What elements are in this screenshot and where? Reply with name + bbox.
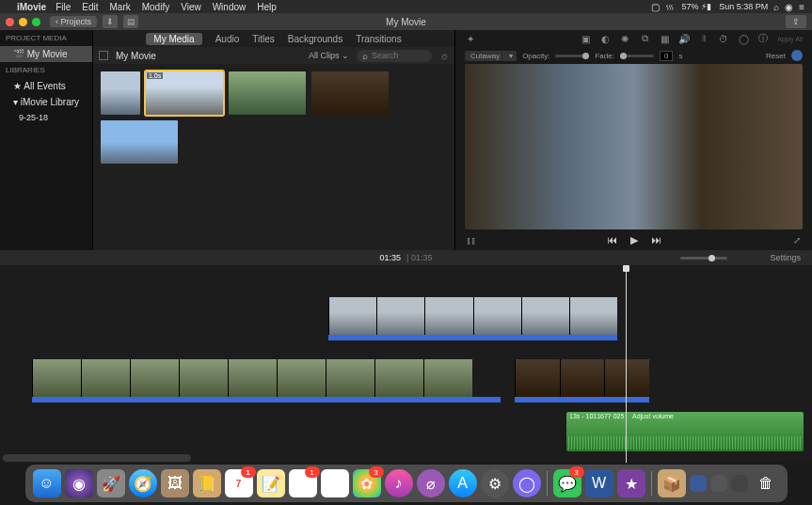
opacity-slider[interactable] bbox=[555, 55, 589, 57]
tab-my-media[interactable]: My Media bbox=[146, 33, 201, 45]
menu-help[interactable]: Help bbox=[257, 2, 277, 12]
dock-imovie-icon[interactable]: ★ bbox=[617, 469, 645, 497]
menu-file[interactable]: File bbox=[56, 2, 71, 12]
horizontal-scrollbar[interactable] bbox=[3, 454, 191, 462]
playback-controls: ⫿⫿ ⏮ ▶ ⏭ ⤢ bbox=[455, 229, 812, 250]
layout-toggle-button[interactable]: ▤ bbox=[123, 15, 138, 28]
color-correction-icon[interactable]: ✺ bbox=[619, 33, 630, 44]
sidebar-item-event[interactable]: 9-25-18 bbox=[0, 110, 92, 125]
play-button[interactable]: ▶ bbox=[630, 234, 638, 246]
dock-folder-icon[interactable] bbox=[710, 475, 727, 492]
timeline-zoom-slider[interactable] bbox=[680, 257, 727, 260]
window-zoom-icon[interactable] bbox=[32, 18, 40, 26]
siri-icon[interactable]: ◉ bbox=[785, 2, 793, 12]
dock-photos-icon[interactable]: ✿ bbox=[353, 469, 381, 497]
import-media-button[interactable]: ⬇ bbox=[103, 15, 118, 28]
tab-backgrounds[interactable]: Backgrounds bbox=[288, 34, 342, 44]
tab-transitions[interactable]: Transitions bbox=[356, 34, 402, 44]
dock-preview-icon[interactable]: 🖼 bbox=[161, 469, 189, 497]
app-name[interactable]: iMovie bbox=[17, 2, 46, 12]
dock-folder-icon[interactable] bbox=[690, 475, 707, 492]
clip-thumbnail[interactable] bbox=[101, 71, 140, 115]
dock-trash-icon[interactable]: 🗑 bbox=[752, 469, 780, 497]
next-frame-button[interactable]: ⏭ bbox=[651, 234, 661, 245]
sidebar-item-imovie-library[interactable]: ▾ iMovie Library bbox=[0, 94, 92, 110]
dock-calendar-icon[interactable]: 7 bbox=[225, 469, 253, 497]
window-close-icon[interactable] bbox=[6, 18, 14, 26]
audio-tooltip: Adjust volume bbox=[632, 413, 674, 419]
dock-appstore-icon[interactable]: A bbox=[449, 469, 477, 497]
frame-view-icon[interactable]: ⫿⫿ bbox=[467, 235, 476, 245]
clock[interactable]: Sun 5:38 PM bbox=[719, 2, 768, 11]
dock-messages-icon[interactable]: 💬 bbox=[553, 469, 581, 497]
audio-clip[interactable]: 13s - 1011677 025 Adjust volume bbox=[566, 412, 804, 451]
tab-titles[interactable]: Titles bbox=[252, 34, 275, 44]
timeline[interactable]: 13s - 1011677 025 Adjust volume ♪ bbox=[0, 265, 812, 463]
fade-slider[interactable] bbox=[620, 55, 654, 57]
battery-status[interactable]: 57% ⚡︎▮ bbox=[682, 2, 712, 11]
upper-pane: PROJECT MEDIA 🎬 My Movie LIBRARIES ★ All… bbox=[0, 30, 812, 250]
tab-audio[interactable]: Audio bbox=[215, 34, 240, 44]
fullscreen-icon[interactable]: ⤢ bbox=[793, 235, 801, 245]
sidebar-item-my-movie[interactable]: 🎬 My Movie bbox=[0, 46, 92, 62]
dock-itunes-icon[interactable]: ♪ bbox=[385, 469, 413, 497]
video-clip-upper[interactable] bbox=[328, 297, 617, 335]
dock-folder-icon[interactable] bbox=[731, 475, 748, 492]
dock-maps-icon[interactable]: 🗺 bbox=[321, 469, 349, 497]
clip-thumbnail[interactable] bbox=[101, 120, 178, 164]
airplay-icon[interactable]: ▢ bbox=[651, 2, 660, 12]
dock-contacts-icon[interactable]: 📒 bbox=[193, 469, 221, 497]
clip-thumbnail[interactable] bbox=[229, 71, 306, 115]
spotlight-icon[interactable]: ⌕ bbox=[773, 2, 779, 12]
video-clip-main-2[interactable] bbox=[515, 359, 649, 397]
speed-icon[interactable]: ⏱ bbox=[718, 33, 729, 44]
playhead[interactable] bbox=[626, 265, 627, 463]
preview-viewer[interactable] bbox=[465, 64, 803, 229]
dock-podcasts-icon[interactable]: ⌀ bbox=[417, 469, 445, 497]
color-balance-icon[interactable]: ◐ bbox=[599, 33, 611, 44]
menu-mark[interactable]: Mark bbox=[109, 2, 130, 12]
timeline-settings-button[interactable]: Settings bbox=[770, 253, 801, 262]
clip-thumbnail[interactable] bbox=[311, 71, 389, 115]
dock-reminders-icon[interactable]: ≣ bbox=[289, 469, 317, 497]
stabilize-icon[interactable]: ▦ bbox=[659, 33, 670, 44]
share-button[interactable]: ⇪ bbox=[786, 15, 806, 28]
dock-finder-icon[interactable]: ☺ bbox=[33, 469, 61, 497]
fade-value-field[interactable]: 0 bbox=[660, 51, 673, 61]
dock-siri-icon[interactable]: ◉ bbox=[65, 469, 93, 497]
enhance-icon[interactable]: ✦ bbox=[465, 33, 476, 44]
reset-button[interactable] bbox=[791, 50, 803, 61]
dock-launchpad-icon[interactable]: 🚀 bbox=[97, 469, 125, 497]
search-input[interactable] bbox=[372, 51, 419, 60]
clips-filter-dropdown[interactable]: All Clips ⌄ bbox=[309, 51, 349, 60]
sidebar-item-all-events[interactable]: ★ All Events bbox=[0, 78, 92, 94]
menu-view[interactable]: View bbox=[181, 2, 201, 12]
menu-edit[interactable]: Edit bbox=[82, 2, 98, 12]
dock-safari-icon[interactable]: 🧭 bbox=[129, 469, 157, 497]
dock-word-icon[interactable]: W bbox=[585, 469, 613, 497]
fade-unit-label: s bbox=[678, 52, 682, 60]
back-to-projects-button[interactable]: ‹ Projects bbox=[50, 16, 97, 27]
search-field[interactable]: ⌕ bbox=[357, 50, 432, 62]
prev-frame-button[interactable]: ⏮ bbox=[607, 234, 617, 245]
dock-package-icon[interactable]: 📦 bbox=[658, 469, 686, 497]
wifi-icon[interactable]: ᯾ bbox=[665, 2, 675, 12]
overlay-icon[interactable]: ▣ bbox=[580, 33, 591, 44]
noise-reduction-icon[interactable]: ⫴ bbox=[698, 33, 709, 44]
favorite-checkbox[interactable] bbox=[99, 51, 108, 60]
volume-icon[interactable]: 🔊 bbox=[678, 33, 690, 44]
dock-notes-icon[interactable]: 📝 bbox=[257, 469, 285, 497]
menu-modify[interactable]: Modify bbox=[142, 2, 169, 12]
info-icon[interactable]: ⓘ bbox=[757, 33, 769, 44]
clip-thumbnail[interactable]: 1.0s bbox=[146, 71, 223, 115]
video-clip-main-1[interactable] bbox=[32, 359, 501, 397]
filter-icon[interactable]: ◯ bbox=[738, 33, 749, 44]
dock-sysprefs-icon[interactable]: ⚙ bbox=[481, 469, 509, 497]
browser-appearance-button[interactable]: ☼ bbox=[439, 50, 449, 61]
dock-app-icon[interactable]: ◯ bbox=[513, 469, 541, 497]
notification-center-icon[interactable]: ≡ bbox=[799, 2, 804, 12]
crop-icon[interactable]: ⧉ bbox=[639, 33, 650, 44]
overlay-mode-dropdown[interactable]: Cutaway bbox=[465, 51, 517, 61]
window-minimize-icon[interactable] bbox=[19, 18, 27, 26]
menu-window[interactable]: Window bbox=[213, 2, 247, 12]
